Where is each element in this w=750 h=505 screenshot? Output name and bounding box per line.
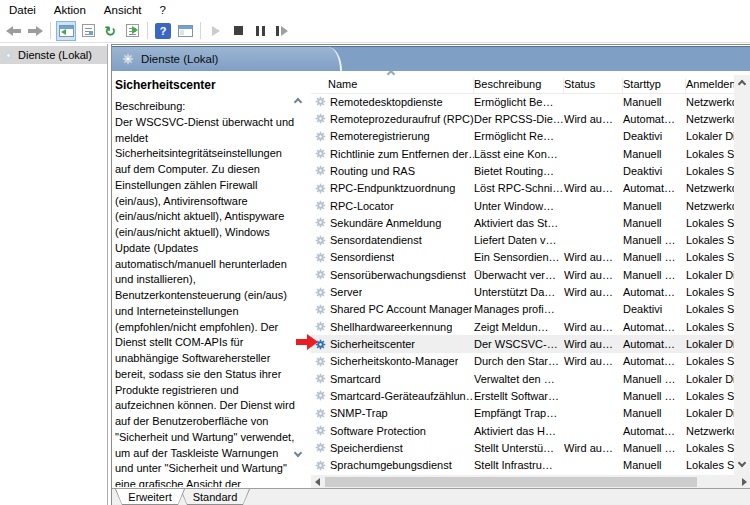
forward-arrow-icon[interactable] — [25, 21, 45, 41]
service-starttype-cell: Manuell — [623, 96, 686, 108]
service-starttype-cell: Manuell … — [623, 373, 686, 385]
service-name-cell: Software Protection — [311, 425, 474, 437]
service-name-cell: Sekundäre Anmeldung — [311, 217, 474, 229]
service-logonas-cell: Lokales Syst — [686, 234, 734, 246]
service-name: Sprachumgebungsdienst — [330, 459, 452, 471]
table-row[interactable]: Remoteprozeduraufruf (RPC)Der RPCSS-Die…… — [311, 110, 734, 127]
show-window-icon[interactable] — [56, 21, 76, 41]
scroll-right-arrow[interactable] — [742, 478, 747, 486]
description-scroll-down-arrow[interactable] — [294, 451, 303, 460]
service-name: RPC-Endpunktzuordnung — [330, 182, 455, 194]
table-row[interactable]: SensordatendienstLiefert Daten v…Manuell… — [311, 232, 734, 249]
table-row[interactable]: SpeicherdienstStellt Unterstü…Wird au…Ma… — [311, 439, 734, 456]
extended-description-pane: Sicherheitscenter Beschreibung: Der WSCS… — [115, 75, 295, 487]
table-row[interactable]: RPC-EndpunktzuordnungLöst RPC-Schni…Wird… — [311, 180, 734, 197]
table-row[interactable]: SensorüberwachungsdienstÜberwacht ver…Wi… — [311, 266, 734, 283]
service-starttype-cell: Automat… — [623, 113, 686, 125]
scrollbar-thumb[interactable] — [325, 477, 697, 487]
service-name-cell: Speicherdienst — [311, 442, 474, 454]
table-row[interactable]: Shared PC Account ManagerManages profi…D… — [311, 301, 734, 318]
service-name: Smartcard-Geräteaufzählun… — [330, 390, 474, 402]
horizontal-scrollbar[interactable] — [311, 475, 750, 489]
back-arrow-icon[interactable] — [3, 21, 23, 41]
tree-item-dienste-lokal[interactable]: Dienste (Lokal) — [0, 46, 107, 64]
table-row[interactable]: RPC-LocatorUnter Window…ManuellNetzwerkd… — [311, 197, 734, 214]
properties-icon[interactable] — [78, 21, 98, 41]
service-name: Shared PC Account Manager — [330, 303, 472, 315]
list-scroll-down-arrow[interactable] — [738, 461, 747, 470]
service-logonas-cell: Lokales Syst — [686, 165, 734, 177]
table-row[interactable]: Software ProtectionAktiviert das H…Autom… — [311, 422, 734, 439]
list-scroll-up-arrow[interactable] — [738, 79, 747, 88]
vertical-scrollbar[interactable] — [734, 75, 750, 505]
table-row[interactable]: Sekundäre AnmeldungAktiviert das St…Manu… — [311, 214, 734, 231]
table-row[interactable]: SNMP-TrapEmpfängt Trap…ManuellLokaler Di… — [311, 405, 734, 422]
service-status-cell: Wird au… — [564, 182, 623, 194]
gear-icon — [315, 165, 326, 176]
menu-item-help[interactable]: ? — [151, 2, 175, 18]
service-name-cell: Sprachumgebungsdienst — [311, 459, 474, 471]
service-logonas-cell: Netzwerkdie — [686, 113, 734, 125]
start-service-icon[interactable] — [206, 21, 226, 41]
service-starttype-cell: Automat… — [623, 338, 686, 350]
service-description-cell: Der RPCSS-Die… — [474, 113, 564, 125]
service-logonas-cell: Lokales Syst — [686, 148, 734, 160]
export-list-icon[interactable] — [122, 21, 142, 41]
column-header-anmelden-a[interactable]: Anmelden a — [686, 78, 734, 93]
service-logonas-cell: Lokales Syst — [686, 303, 734, 315]
stop-service-icon[interactable] — [228, 21, 248, 41]
service-description-cell: Zeigt Meldun… — [474, 321, 564, 333]
table-row[interactable]: RemotedesktopdiensteErmöglicht Be…Manuel… — [311, 93, 734, 110]
table-row[interactable]: SensordienstEin Sensordien…Wird au…Manue… — [311, 249, 734, 266]
service-starttype-cell: Manuell … — [623, 269, 686, 281]
table-row[interactable]: ServerUnterstützt Da…Wird au…Automat…Lok… — [311, 283, 734, 300]
table-row[interactable]: RemoteregistrierungErmöglicht Re…Deaktiv… — [311, 128, 734, 145]
description-label: Beschreibung: — [115, 99, 295, 115]
console-tree-icon[interactable] — [175, 21, 195, 41]
tab-erweitert[interactable]: Erweitert — [115, 489, 185, 505]
gear-icon — [315, 269, 326, 280]
menu-item-aktion[interactable]: Aktion — [45, 2, 95, 18]
service-starttype-cell: Manuell … — [623, 390, 686, 402]
table-row[interactable]: Sicherheitskonto-ManagerDurch den Star…W… — [311, 353, 734, 370]
table-row[interactable]: SprachumgebungsdienstStellt Infrastru…Ma… — [311, 457, 734, 474]
service-description-cell: Empfängt Trap… — [474, 407, 564, 419]
table-row[interactable]: Richtlinie zum Entfernen der…Lässt eine … — [311, 145, 734, 162]
menu-item-ansicht[interactable]: Ansicht — [95, 2, 151, 18]
table-row[interactable]: SicherheitscenterDer WSCSVC-…Wird au…Aut… — [311, 335, 734, 352]
list-header: NameBeschreibungStatusStarttypAnmelden a — [311, 75, 734, 94]
table-row[interactable]: ShellhardwareerkennungZeigt Meldun…Wird … — [311, 318, 734, 335]
column-header-name[interactable]: Name — [311, 78, 474, 93]
table-row[interactable]: Smartcard-Geräteaufzählun…Erstellt Softw… — [311, 387, 734, 404]
service-description-cell: Unter Window… — [474, 200, 564, 212]
column-header-status[interactable]: Status — [564, 78, 623, 93]
pause-service-icon[interactable] — [250, 21, 270, 41]
table-row[interactable]: SmartcardVerwaltet den …Manuell …Lokaler… — [311, 370, 734, 387]
column-header-beschreibung[interactable]: Beschreibung — [474, 78, 564, 93]
service-name: Speicherdienst — [330, 442, 403, 454]
restart-service-icon[interactable] — [272, 21, 292, 41]
gear-icon — [315, 287, 326, 298]
tab-standard[interactable]: Standard — [180, 489, 250, 505]
table-row[interactable]: Routing und RASBietet Routing…DeaktiviLo… — [311, 162, 734, 179]
service-status-cell: Wird au… — [564, 251, 623, 263]
services-header-tab[interactable]: Dienste (Lokal) — [112, 47, 342, 71]
refresh-icon[interactable]: ↻ — [100, 21, 120, 41]
service-description-cell: Ermöglicht Be… — [474, 96, 564, 108]
service-name: Sensorüberwachungsdienst — [330, 269, 466, 281]
menu-item-datei[interactable]: Datei — [0, 2, 45, 18]
service-name: RPC-Locator — [330, 200, 394, 212]
service-name-cell: Server — [311, 286, 474, 298]
column-header-starttyp[interactable]: Starttyp — [623, 78, 686, 93]
service-name: Shellhardwareerkennung — [330, 321, 452, 333]
gear-icon — [315, 373, 326, 384]
service-name-cell: Smartcard-Geräteaufzählun… — [311, 390, 474, 402]
help-icon[interactable]: ? — [153, 21, 173, 41]
service-name-cell: Sensordienst — [311, 251, 474, 263]
scroll-left-arrow[interactable] — [315, 478, 320, 486]
description-scroll-up-arrow[interactable] — [294, 97, 303, 106]
service-logonas-cell: Lokales Syst — [686, 251, 734, 263]
service-logonas-cell: Lokaler Dier — [686, 130, 734, 142]
selected-service-title: Sicherheitscenter — [115, 75, 295, 92]
service-description-cell: Aktiviert das H… — [474, 425, 564, 437]
